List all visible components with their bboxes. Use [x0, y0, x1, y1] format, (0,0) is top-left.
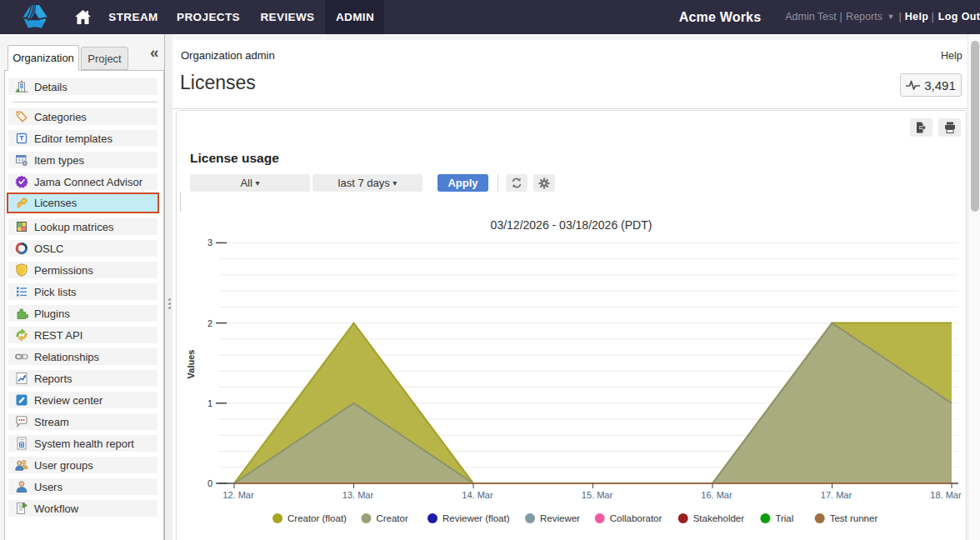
svg-text:Test runner: Test runner — [830, 513, 878, 523]
svg-text:13. Mar: 13. Mar — [342, 490, 374, 500]
svg-text:2: 2 — [208, 318, 212, 328]
svg-text:Creator: Creator — [376, 513, 408, 523]
svg-text:15. Mar: 15. Mar — [582, 490, 613, 500]
svg-text:Creator (float): Creator (float) — [288, 513, 347, 523]
svg-text:Stakeholder: Stakeholder — [693, 513, 745, 523]
svg-text:17. Mar: 17. Mar — [821, 490, 852, 500]
svg-text:0: 0 — [208, 478, 212, 488]
svg-text:Trial: Trial — [775, 513, 793, 523]
svg-text:Collaborator: Collaborator — [610, 513, 662, 523]
svg-text:12. Mar: 12. Mar — [222, 490, 254, 500]
svg-text:3: 3 — [208, 238, 212, 248]
svg-text:18. Mar: 18. Mar — [930, 490, 962, 500]
svg-text:1: 1 — [208, 398, 212, 408]
svg-text:Reviewer: Reviewer — [540, 513, 580, 523]
svg-text:Reviewer (float): Reviewer (float) — [442, 513, 510, 523]
svg-text:14. Mar: 14. Mar — [462, 490, 493, 500]
svg-text:Values: Values — [186, 350, 196, 379]
svg-text:16. Mar: 16. Mar — [701, 490, 732, 500]
